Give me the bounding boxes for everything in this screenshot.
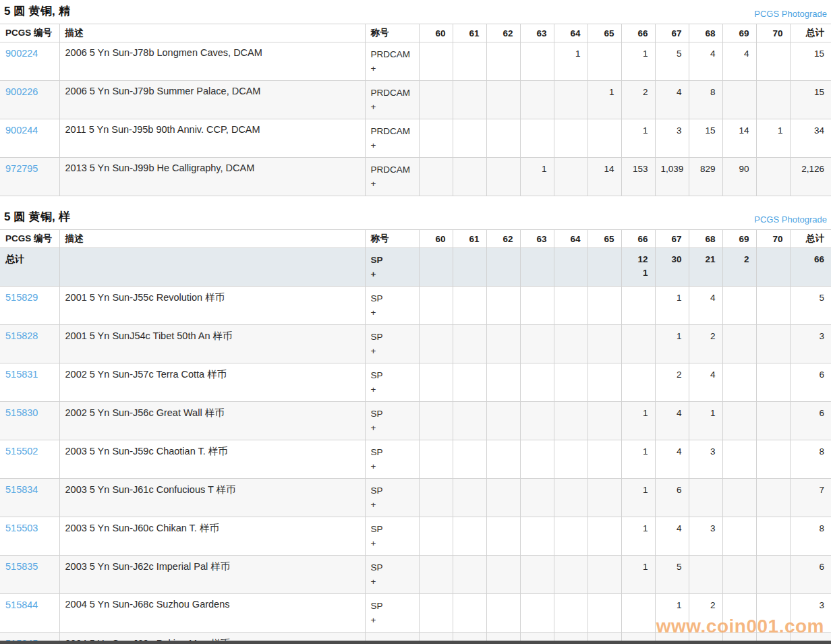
grade-cell-67: 6 xyxy=(655,479,689,517)
pcgs-id-link[interactable]: 515835 xyxy=(5,561,38,572)
pcgs-id-link[interactable]: 515503 xyxy=(5,523,38,533)
grade-value: 12 xyxy=(627,253,648,266)
grade-value: 6 xyxy=(661,484,682,497)
grade-cell-64 xyxy=(554,402,588,440)
grade-cell-70 xyxy=(756,402,790,440)
grade-cell-70 xyxy=(756,325,790,363)
grade-cell-61 xyxy=(453,479,486,517)
grade-cell-62 xyxy=(486,325,520,363)
designation-plus: + xyxy=(371,382,413,397)
pcgs-id-link[interactable]: 515844 xyxy=(5,599,38,610)
grade-cell-61 xyxy=(453,363,486,402)
pcgs-id-link[interactable]: 515502 xyxy=(5,446,38,457)
grade-value: 2 xyxy=(728,253,749,266)
grade-value: 5 xyxy=(796,291,825,305)
table-row: 5158442004 5 Yn Sun-J68c Suzhou GardensS… xyxy=(0,594,831,633)
grade-cell-70 xyxy=(756,517,790,556)
grade-cell-65 xyxy=(588,42,621,81)
grade-cell-65 xyxy=(588,248,621,287)
grade-cell-total: 6 xyxy=(790,402,831,440)
col-header-grade-64: 64 xyxy=(554,24,588,42)
grade-value: 153 xyxy=(627,163,648,176)
pcgs-id-link[interactable]: 515834 xyxy=(5,484,38,495)
designation-value: SP xyxy=(371,599,413,613)
col-header-designation: 称号 xyxy=(365,230,419,248)
grade-cell-65 xyxy=(588,556,621,594)
designation-plus: + xyxy=(371,575,413,589)
col-header-grade-69: 69 xyxy=(722,230,756,248)
designation-cell: SP+ xyxy=(365,440,419,479)
grade-cell-total: 2,126 xyxy=(790,158,831,196)
grade-cell-68: 829 xyxy=(689,158,722,196)
grade-cell-62 xyxy=(486,158,520,196)
grade-cell-61 xyxy=(453,594,486,633)
horizontal-scrollbar[interactable] xyxy=(0,641,831,644)
grade-value: 1 xyxy=(695,407,716,420)
grade-cell-69 xyxy=(722,517,756,556)
designation-plus: + xyxy=(371,498,413,512)
designation-cell: PRDCAM+ xyxy=(365,119,419,158)
grade-cell-total: 15 xyxy=(790,42,831,81)
grade-cell-67: 1,039 xyxy=(655,158,689,196)
grade-value: 1,039 xyxy=(661,163,682,176)
grade-cell-61 xyxy=(453,556,486,594)
totals-label: 总计 xyxy=(0,248,59,287)
grade-cell-66: 1 xyxy=(621,517,655,556)
grade-value: 8 xyxy=(695,86,716,99)
pcgs-id-cell: 515503 xyxy=(0,517,59,556)
col-header-grade-61: 61 xyxy=(453,24,486,42)
col-header-grade-68: 68 xyxy=(689,24,722,42)
grade-cell-69 xyxy=(722,594,756,633)
pcgs-photograde-link[interactable]: PCGS Photograde xyxy=(754,214,827,225)
col-header-grade-63: 63 xyxy=(520,24,554,42)
designation-cell: SP+ xyxy=(365,479,419,517)
pcgs-id-link[interactable]: 972795 xyxy=(5,163,38,174)
table-row: 9002262006 5 Yn Sun-J79b Summer Palace, … xyxy=(0,81,831,119)
grade-value: 1 xyxy=(526,163,547,176)
population-table: PCGS 编号描述称号6061626364656667686970总计 9002… xyxy=(0,24,831,196)
section-proof: 5 圆 黄铜, 精 PCGS Photograde PCGS 编号描述称号606… xyxy=(0,0,831,196)
grade-value: 1 xyxy=(762,124,783,138)
grade-cell-63 xyxy=(520,517,554,556)
grade-cell-70 xyxy=(756,42,790,81)
grade-cell-66 xyxy=(621,363,655,402)
grade-value: 2 xyxy=(695,330,716,343)
grade-cell-60 xyxy=(419,325,453,363)
grade-cell-60 xyxy=(419,363,453,402)
pcgs-id-link[interactable]: 900244 xyxy=(5,125,38,136)
pcgs-id-link[interactable]: 515829 xyxy=(5,292,38,303)
pcgs-id-link[interactable]: 900226 xyxy=(5,86,38,97)
grade-cell-61 xyxy=(453,440,486,479)
grade-cell-68 xyxy=(689,556,722,594)
grade-cell-60 xyxy=(419,42,453,81)
table-row: 9002242006 5 Yn Sun-J78b Longmen Caves, … xyxy=(0,42,831,81)
grade-cell-68: 4 xyxy=(689,287,722,325)
grade-cell-63 xyxy=(520,325,554,363)
pcgs-id-link[interactable]: 515830 xyxy=(5,407,38,418)
col-header-grade-68: 68 xyxy=(689,230,722,248)
section-header: 5 圆 黄铜, 精 PCGS Photograde xyxy=(0,0,831,24)
designation-cell: SP+ xyxy=(365,363,419,402)
col-header-designation: 称号 xyxy=(365,24,419,42)
pcgs-id-link[interactable]: 515831 xyxy=(5,369,38,380)
grade-cell-64 xyxy=(554,556,588,594)
designation-cell: SP+ xyxy=(365,248,419,287)
pcgs-id-link[interactable]: 515828 xyxy=(5,330,38,341)
grade-cell-66: 1 xyxy=(621,440,655,479)
pcgs-id-cell: 900224 xyxy=(0,42,59,81)
grade-cell-67: 30 xyxy=(655,248,689,287)
grade-cell-62 xyxy=(486,119,520,158)
grade-cell-68: 8 xyxy=(689,81,722,119)
grade-cell-66: 1 xyxy=(621,42,655,81)
description-cell: 2002 5 Yn Sun-J57c Terra Cotta 样币 xyxy=(59,363,365,402)
grade-value: 90 xyxy=(728,163,749,176)
pcgs-id-link[interactable]: 900224 xyxy=(5,48,38,59)
grade-value: 3 xyxy=(661,124,682,138)
grade-cell-65 xyxy=(588,363,621,402)
grade-cell-65 xyxy=(588,479,621,517)
col-header-pcgs-id: PCGS 编号 xyxy=(0,230,59,248)
section-title: 5 圆 黄铜, 精 xyxy=(4,3,70,19)
grade-cell-60 xyxy=(419,158,453,196)
pcgs-photograde-link[interactable]: PCGS Photograde xyxy=(754,9,827,19)
designation-cell: SP+ xyxy=(365,287,419,325)
